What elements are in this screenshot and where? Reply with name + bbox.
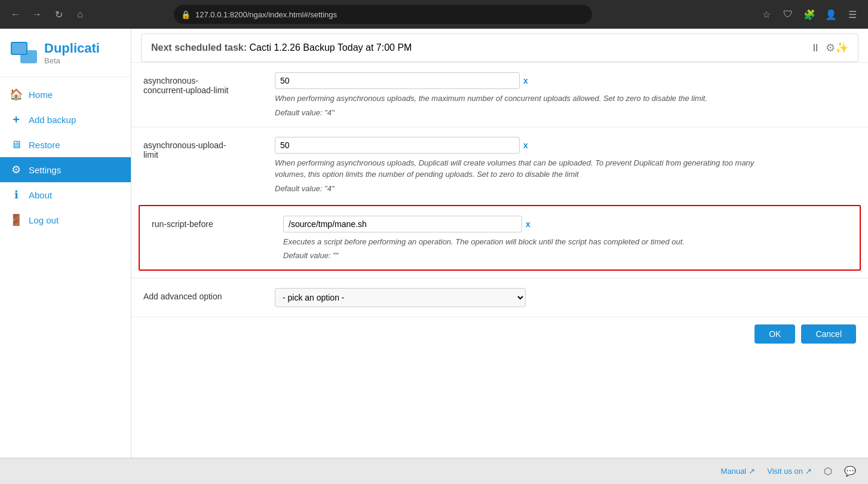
browser-actions: ☆ 🛡 🧩 👤 ☰ xyxy=(758,6,861,23)
back-button[interactable]: ← xyxy=(7,6,24,23)
setting-control-async-upload: x When performing asynchronous uploads, … xyxy=(275,137,856,193)
notification-label: Next scheduled task: xyxy=(151,42,247,53)
async-concurrent-default: Default value: "4" xyxy=(275,108,856,117)
settings-icon: ⚙ xyxy=(10,163,23,176)
run-script-default: Default value: "" xyxy=(283,251,848,260)
async-upload-description: When performing asynchronous uploads, Du… xyxy=(275,157,765,180)
sidebar-item-settings[interactable]: ⚙ Settings xyxy=(0,157,131,182)
async-upload-clear-button[interactable]: x xyxy=(523,140,528,150)
extension-button[interactable]: 🧩 xyxy=(801,6,818,23)
notification-bar: Next scheduled task: Cacti 1.2.26 Backup… xyxy=(141,33,858,62)
security-icon: 🔒 xyxy=(181,10,191,19)
sidebar: Duplicati Beta 🏠 Home + Add backup 🖥 Res… xyxy=(0,29,131,458)
manual-link[interactable]: Manual ↗ xyxy=(721,467,756,476)
spinner-wrapper-2 xyxy=(275,137,520,154)
app-container: Duplicati Beta 🏠 Home + Add backup 🖥 Res… xyxy=(0,29,868,458)
spinner-wrapper-1 xyxy=(275,72,520,89)
notification-text: Next scheduled task: Cacti 1.2.26 Backup… xyxy=(151,42,412,53)
browser-chrome: ← → ↻ ⌂ 🔒 127.0.0.1:8200/ngax/index.html… xyxy=(0,0,868,29)
async-concurrent-description: When performing asynchronous uploads, th… xyxy=(275,93,765,105)
add-icon: + xyxy=(10,113,23,127)
url-text: 127.0.0.1:8200/ngax/index.html#/settings xyxy=(195,10,337,19)
restore-icon: 🖥 xyxy=(10,139,23,151)
settings-row-async-concurrent: asynchronous-concurrent-upload-limit x W… xyxy=(131,62,868,127)
sidebar-logo: Duplicati Beta xyxy=(0,29,131,77)
setting-input-row-1: x xyxy=(275,72,856,89)
refresh-button[interactable]: ↻ xyxy=(50,6,67,23)
async-upload-input[interactable] xyxy=(275,137,520,154)
sidebar-item-label-about: About xyxy=(29,190,52,200)
sidebar-item-label-restore: Restore xyxy=(29,140,60,150)
run-script-input[interactable] xyxy=(283,216,522,232)
async-concurrent-clear-button[interactable]: x xyxy=(523,76,528,85)
external-link-icon: ↗ xyxy=(749,467,755,476)
visit-label: Visit us on xyxy=(767,467,803,476)
manual-label: Manual xyxy=(721,467,747,476)
setting-label-async-upload: asynchronous-upload-limit xyxy=(143,137,275,160)
home-icon: 🏠 xyxy=(10,88,23,101)
visit-link[interactable]: Visit us on ↗ xyxy=(767,467,812,476)
async-upload-default: Default value: "4" xyxy=(275,184,856,193)
setting-control-async-concurrent: x When performing asynchronous uploads, … xyxy=(275,72,856,117)
star-button[interactable]: ☆ xyxy=(758,6,775,23)
spinner-button[interactable]: ⚙✨ xyxy=(826,41,848,54)
about-icon: ℹ xyxy=(10,188,23,201)
sidebar-item-label-logout: Log out xyxy=(29,215,59,225)
app-title: Duplicati xyxy=(44,41,100,56)
sidebar-item-restore[interactable]: 🖥 Restore xyxy=(0,133,131,157)
svg-rect-2 xyxy=(12,43,26,54)
notification-actions: ⏸ ⚙✨ xyxy=(810,41,848,54)
sidebar-item-about[interactable]: ℹ About xyxy=(0,182,131,207)
setting-control-run-script: x Executes a script before performing an… xyxy=(283,216,848,261)
add-advanced-label: Add advanced option xyxy=(143,288,275,301)
sidebar-item-add-backup[interactable]: + Add backup xyxy=(0,107,131,133)
sidebar-item-home[interactable]: 🏠 Home xyxy=(0,82,131,107)
logo-text: Duplicati Beta xyxy=(44,41,100,65)
sidebar-item-label-add-backup: Add backup xyxy=(29,115,76,125)
pause-button[interactable]: ⏸ xyxy=(810,42,821,54)
async-concurrent-input[interactable] xyxy=(275,72,520,89)
sidebar-nav: 🏠 Home + Add backup 🖥 Restore ⚙ Settings… xyxy=(0,77,131,458)
sidebar-item-label-settings: Settings xyxy=(29,165,61,175)
run-script-description: Executes a script before performing an o… xyxy=(283,236,773,248)
action-row: OK Cancel xyxy=(131,317,868,351)
notification-value: Cacti 1.2.26 Backup Today at 7:00 PM xyxy=(250,42,412,53)
setting-input-row-3: x xyxy=(283,216,848,232)
forward-button[interactable]: → xyxy=(29,6,45,23)
settings-row-add-advanced: Add advanced option - pick an option - xyxy=(131,278,868,317)
settings-row-async-upload: asynchronous-upload-limit x When perform… xyxy=(131,127,868,203)
sidebar-item-logout[interactable]: 🚪 Log out xyxy=(0,207,131,232)
setting-input-row-2: x xyxy=(275,137,856,154)
setting-control-add-advanced: - pick an option - xyxy=(275,288,856,307)
add-advanced-select[interactable]: - pick an option - xyxy=(275,288,526,307)
ok-button[interactable]: OK xyxy=(754,324,795,344)
github-icon[interactable]: ⬡ xyxy=(824,465,832,477)
setting-label-run-script: run-script-before xyxy=(152,216,283,229)
chat-icon[interactable]: 💬 xyxy=(844,465,856,477)
settings-row-run-script: run-script-before x Executes a script be… xyxy=(139,205,861,271)
address-bar[interactable]: 🔒 127.0.0.1:8200/ngax/index.html#/settin… xyxy=(174,5,592,24)
setting-label-async-concurrent: asynchronous-concurrent-upload-limit xyxy=(143,72,275,95)
logout-icon: 🚪 xyxy=(10,213,23,226)
home-button[interactable]: ⌂ xyxy=(72,6,88,23)
run-script-clear-button[interactable]: x xyxy=(526,219,530,229)
app-subtitle: Beta xyxy=(44,56,100,65)
footer: Manual ↗ Visit us on ↗ ⬡ 💬 xyxy=(0,458,868,484)
menu-button[interactable]: ☰ xyxy=(844,6,861,23)
logo-icon xyxy=(10,38,38,67)
settings-scroll[interactable]: asynchronous-concurrent-upload-limit x W… xyxy=(131,62,868,458)
cancel-button[interactable]: Cancel xyxy=(801,324,856,344)
profile-button[interactable]: 👤 xyxy=(823,6,839,23)
sidebar-item-label-home: Home xyxy=(29,90,53,100)
main-content: Next scheduled task: Cacti 1.2.26 Backup… xyxy=(131,29,868,458)
external-link-icon-2: ↗ xyxy=(805,467,812,476)
shield-button[interactable]: 🛡 xyxy=(780,6,796,23)
